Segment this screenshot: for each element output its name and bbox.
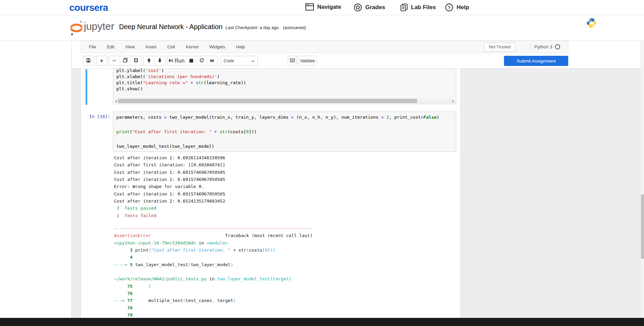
cell-type-value: Code [224, 58, 234, 63]
nav-label: Navigate [317, 4, 341, 10]
code-line: 75 ] [114, 283, 454, 290]
jupyter-header: jupyter Deep Neural Network - Applicatio… [0, 16, 644, 41]
kernel-status-icon [555, 44, 560, 49]
floppy-icon [86, 58, 91, 64]
stream-output-area: Cost after iteration 1: 0.69261143461585… [114, 154, 454, 219]
code-line: ----> 5 two_layer_model_test(two_layer_m… [114, 261, 454, 268]
copy-button[interactable] [120, 56, 131, 65]
move-up-button[interactable] [144, 56, 155, 65]
arrow-down-icon [158, 58, 162, 64]
nav-item-lab-files[interactable]: Lab Files [400, 3, 436, 11]
page-scrollbar-thumb[interactable] [641, 194, 644, 259]
stream-output-line: Cost after iteration 1: 0.69157469670505… [114, 176, 454, 183]
scissors-icon: ✂ [113, 58, 116, 63]
horizontal-scrollbar-thumb[interactable] [118, 99, 417, 103]
stream-output-line: Cost after first iteration: [[0.69304974… [114, 161, 454, 168]
restart-run-all-button[interactable] [207, 56, 217, 65]
stream-output-line: Cost after iteration 1: 0.69261143461585… [114, 154, 454, 161]
validate-button[interactable]: Validate [298, 56, 317, 66]
stream-output-line: Error: Wrong shape for variable 0. [114, 183, 454, 190]
notebook-title[interactable]: Deep Neural Network - Application [119, 23, 223, 31]
notebook-scroll-area[interactable]: plt.ylabel('cost')plt.xlabel('iterations… [72, 69, 641, 318]
restart-kernel-button[interactable] [197, 56, 207, 65]
code-editor[interactable]: parameters, costs = two_layer_model(trai… [113, 112, 456, 152]
nav-label: Grades [365, 4, 385, 11]
edit-button-group: ✂ [109, 56, 141, 66]
menu-item-edit[interactable]: Edit [101, 41, 120, 53]
coursera-top-bar: coursera Navigate Grades Lab Files ? Hel… [0, 0, 644, 15]
notebook-container: plt.ylabel('cost')plt.xlabel('iterations… [80, 69, 461, 318]
arrow-up-icon [147, 58, 151, 64]
stream-output-line: Cost after iteration 2: 0.65241351796834… [114, 197, 454, 205]
submit-assignment-button[interactable]: Submit Assignment [504, 56, 568, 66]
code-line: 76 [114, 290, 454, 297]
menu-item-kernel[interactable]: Kernel [180, 41, 204, 53]
code-line: ---> 77 multiple_test(test_cases, target… [114, 297, 454, 304]
menu-item-help[interactable]: Help [231, 41, 251, 53]
traceback-output-area: ----------------------------------------… [114, 225, 454, 318]
selected-cell-indicator [86, 69, 87, 105]
code-line: 4 [114, 254, 454, 261]
menu-item-file[interactable]: File [84, 41, 101, 53]
scroll-left-arrow-icon[interactable]: ◂ [114, 99, 118, 103]
code-line: ----------------------------------------… [114, 225, 454, 232]
nav-item-navigate[interactable]: Navigate [305, 3, 341, 10]
code-line [114, 268, 454, 275]
not-trusted-button[interactable]: Not Trusted [484, 43, 515, 51]
stop-icon [189, 58, 193, 64]
help-circle-icon: ? [445, 3, 453, 11]
nav-item-grades[interactable]: Grades [354, 3, 385, 11]
code-line: <ipython-input-10-f9ec5304d38d> in <modu… [114, 239, 454, 247]
run-button[interactable]: Run [168, 56, 186, 65]
menu-item-cell[interactable]: Cell [162, 41, 180, 53]
cut-button[interactable]: ✂ [109, 56, 120, 65]
documents-icon [400, 3, 408, 11]
chevron-down-icon [251, 58, 255, 63]
run-label: Run [175, 58, 184, 64]
svg-text:?: ? [448, 5, 451, 10]
code-line: plt.xlabel('iterations (per hundreds)') [116, 74, 453, 80]
add-cell-button[interactable]: + [96, 56, 107, 66]
cell-type-select[interactable]: Code [221, 56, 258, 66]
notebook-menu-bar: FileEditViewInsertCellKernelWidgetsHelp … [80, 41, 569, 53]
page-scrollbar[interactable] [641, 41, 644, 318]
jupyter-logo-icon[interactable] [70, 20, 83, 37]
move-down-button[interactable] [155, 56, 165, 65]
paste-icon [134, 58, 138, 64]
keyboard-icon [290, 58, 295, 63]
stop-button[interactable] [186, 56, 197, 65]
coursera-logo[interactable]: coursera [69, 2, 108, 13]
jupyter-brand[interactable]: jupyter [84, 21, 114, 32]
code-line: AssertionError Traceback (most recent ca… [114, 232, 454, 239]
menu-item-widgets[interactable]: Widgets [204, 41, 231, 53]
lab-left-panel [0, 41, 72, 318]
window-icon [305, 3, 314, 10]
horizontal-scrollbar[interactable]: ◂ ▸ [114, 99, 455, 103]
code-line: print("Cost after first iteration: " + s… [116, 128, 453, 135]
paste-button[interactable] [131, 56, 141, 65]
code-line: 78 [114, 304, 454, 311]
plus-icon: + [100, 57, 104, 64]
windows-taskbar: Type here to search ✶ ✶ M⚙ 26°C ENG 00:3… [0, 318, 644, 326]
save-button[interactable] [83, 56, 94, 66]
code-cell-input[interactable]: plt.ylabel('cost')plt.xlabel('iterations… [113, 69, 456, 104]
input-prompt: In [10]: [84, 114, 110, 119]
separator [531, 43, 531, 51]
stream-output-line: 3 Tests passed [114, 205, 454, 212]
code-editor[interactable]: plt.ylabel('cost')plt.xlabel('iterations… [113, 69, 456, 93]
keyboard-shortcuts-button[interactable] [288, 56, 297, 66]
code-line: plt.title("Learning rate =" + str(learni… [116, 80, 453, 86]
menu-item-view[interactable]: View [120, 41, 140, 53]
code-line [116, 121, 453, 128]
code-line: ~/work/release/W4A2/public_tests.py in t… [114, 275, 454, 282]
stream-output-line: 1 Tests failed [114, 212, 454, 219]
scroll-right-arrow-icon[interactable]: ▸ [451, 99, 455, 103]
copy-icon [123, 58, 128, 64]
menu-item-insert[interactable]: Insert [140, 41, 162, 53]
python-logo-icon [586, 18, 597, 30]
code-cell-input[interactable]: parameters, costs = two_layer_model(trai… [113, 112, 456, 152]
code-line [116, 135, 453, 142]
nav-item-help[interactable]: ? Help [445, 3, 469, 11]
kernel-name: Python 3 [534, 44, 552, 49]
stream-output-line: Cost after iteration 1: 0.69157469670505… [114, 190, 454, 197]
